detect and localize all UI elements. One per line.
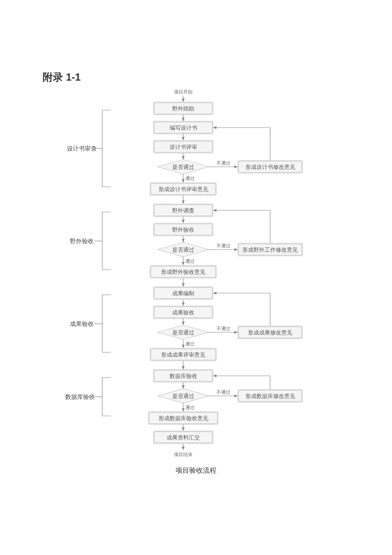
stage3-label: 成果验收 [70,320,94,327]
final-box: 成果资料汇交 [167,434,200,441]
s3-out: 形成成果评审意见 [161,352,205,358]
figure-caption: 项目验收流程 [0,466,392,475]
s4-b1: 数据库验收 [170,373,197,379]
s3-fail: 不通过 [216,326,231,331]
start-label: 项目开始 [174,89,193,94]
s1-decision: 是否通过 [172,164,194,170]
stage4-label: 数据库验收 [65,393,95,400]
s4-out: 形成数据库验收意见 [159,415,208,421]
s3-b1: 成果编制 [172,290,194,296]
s3-pass: 通过 [185,341,195,346]
s1-pass: 通过 [185,176,195,181]
s3-b2: 成果验收 [172,309,194,316]
s1-b2: 编写设计书 [170,125,197,131]
s2-decision: 是否通过 [172,247,194,253]
s2-b2: 野外验收 [172,227,194,233]
stage1-label: 设计书审查 [67,145,97,152]
s2-b1: 野外调查 [172,207,194,214]
s2-pass: 通过 [185,259,195,264]
s2-fail: 不通过 [216,243,231,248]
s3-rev: 形成成果修改意见 [248,329,292,336]
s4-rev: 形成数据库修改意见 [245,393,295,399]
stage2-label: 野外验收 [70,238,94,244]
s4-decision: 是否通过 [172,393,194,399]
s1-b1: 野外踏勘 [172,105,194,112]
s1-rev: 形成设计书修改意见 [245,164,295,170]
s1-fail: 不通过 [216,160,231,166]
s1-b3: 设计书评审 [170,144,197,150]
end-label: 项目结束 [174,452,193,457]
s1-out: 形成设计书评审意见 [159,186,208,192]
s3-decision: 是否通过 [172,329,194,336]
s4-pass: 通过 [185,405,195,410]
s2-out: 形成野外验收意见 [161,269,205,275]
s4-fail: 不通过 [216,389,231,395]
s2-rev: 形成野外工作修改意见 [242,247,298,253]
